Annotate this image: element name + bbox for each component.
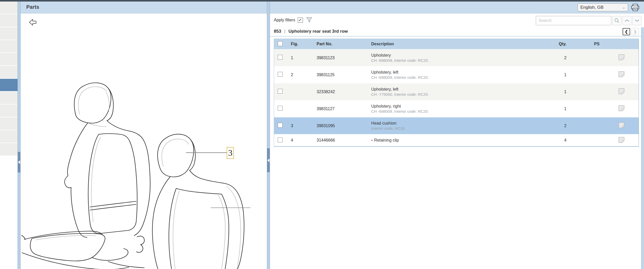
row-checkbox[interactable] <box>278 106 283 111</box>
exchange-bullet-icon: • <box>371 138 372 142</box>
callout-number: 3 <box>228 148 233 158</box>
table-header-row: Fig. Part No. Description Qty. PS <box>274 39 639 49</box>
parts-header-bar: Parts English, GB ⌄ <box>21 2 644 13</box>
search-group <box>536 16 641 25</box>
cell-part-number: 39831125 <box>313 73 366 77</box>
apply-filters-control: Apply filters ✓ <box>274 17 312 23</box>
row-checkbox[interactable] <box>278 89 283 94</box>
cell-part-number: 32338242 <box>313 90 366 94</box>
chevron-up-icon <box>625 19 629 22</box>
section-title: Upholstery rear seat 3rd row <box>289 29 348 34</box>
table-row[interactable]: 239831125Upholstery, leftCH -698009, Int… <box>274 66 639 83</box>
cell-part-number: 31446666 <box>313 138 366 143</box>
cell-fig: 3 <box>287 124 313 128</box>
sidebar-item[interactable] <box>0 2 18 14</box>
chevron-down-icon: ⌄ <box>622 6 625 9</box>
cell-qty: 2 <box>533 124 575 128</box>
previous-figure-button[interactable]: ❮ <box>623 28 630 35</box>
cell-description: UpholsteryCH -698009, Interior code: RC2… <box>366 53 533 63</box>
select-all-checkbox[interactable] <box>278 41 283 46</box>
apply-filters-checkbox[interactable]: ✓ <box>298 18 303 23</box>
table-row[interactable]: 339831095Head cushionInterior code: RC20… <box>274 117 639 134</box>
section-code: 853 <box>274 29 281 34</box>
table-body: 139831123UpholsteryCH -698009, Interior … <box>274 49 639 146</box>
cell-part-number: 39831127 <box>313 107 366 111</box>
sidebar-item[interactable] <box>0 130 18 143</box>
filter-funnel-icon[interactable] <box>306 17 312 23</box>
row-checkbox[interactable] <box>278 72 283 77</box>
cell-description-sub: Interior code: RC20. <box>371 126 533 131</box>
table-row[interactable]: 39831127Upholstery, rightCH -698009, Int… <box>274 100 639 117</box>
sidebar-item[interactable] <box>0 66 18 79</box>
cell-fig: 2 <box>287 73 313 77</box>
splitter-collapse-handle[interactable] <box>18 152 20 172</box>
cell-description: Head cushionInterior code: RC20. <box>366 121 533 131</box>
parts-table: Fig. Part No. Description Qty. PS 139831… <box>274 39 639 147</box>
seat-line-drawing <box>21 13 267 269</box>
part-note-icon[interactable] <box>618 122 625 129</box>
section-heading: 853 | Upholstery rear seat 3rd row <box>274 29 348 34</box>
cell-description: Upholstery, leftCH -698009, Interior cod… <box>366 70 533 80</box>
part-note-icon[interactable] <box>618 136 625 143</box>
panel-splitter[interactable] <box>267 2 270 269</box>
part-note-icon[interactable] <box>618 88 625 95</box>
print-button[interactable] <box>631 3 640 12</box>
section-separator: | <box>284 29 285 34</box>
sidebar-item[interactable] <box>0 105 18 117</box>
column-header-description: Description <box>366 42 533 46</box>
search-input[interactable] <box>536 16 611 25</box>
row-checkbox[interactable] <box>278 55 283 60</box>
left-sidebar <box>0 2 18 156</box>
row-checkbox[interactable] <box>278 123 283 128</box>
right-scroll-strip[interactable] <box>641 27 644 269</box>
cell-fig: 1 <box>287 56 313 60</box>
sidebar-item[interactable] <box>0 92 18 105</box>
cell-description: •Retaining clip <box>366 138 533 143</box>
find-next-button[interactable] <box>632 16 641 25</box>
printer-icon <box>631 4 639 11</box>
column-header-part: Part No. <box>313 42 366 46</box>
figure-nav-group: ❮ ❯ <box>623 28 639 35</box>
chevron-down-icon <box>635 19 639 22</box>
part-note-icon[interactable] <box>618 105 625 112</box>
cell-description-sub: CH -698009, Interior code: RC20. <box>371 75 533 80</box>
row-checkbox[interactable] <box>278 137 283 142</box>
part-note-icon[interactable] <box>618 54 625 61</box>
sidebar-item[interactable] <box>0 40 18 53</box>
cell-description: Upholstery, rightCH -698009, Interior co… <box>366 104 533 114</box>
language-dropdown[interactable]: English, GB ⌄ <box>578 3 628 11</box>
column-header-fig: Fig. <box>287 42 313 46</box>
parts-list-panel: Apply filters ✓ <box>270 13 644 269</box>
sidebar-item[interactable] <box>0 143 18 156</box>
sidebar-item[interactable] <box>0 27 18 40</box>
table-row[interactable]: 139831123UpholsteryCH -698009, Interior … <box>274 49 639 66</box>
sidebar-splitter[interactable] <box>18 2 21 269</box>
find-previous-button[interactable] <box>622 16 631 25</box>
sidebar-item[interactable] <box>0 53 18 66</box>
sidebar-item[interactable] <box>0 117 18 130</box>
apply-filters-label: Apply filters <box>274 18 295 22</box>
search-button[interactable] <box>612 16 621 25</box>
column-header-ps: PS <box>575 42 639 46</box>
cell-qty: 1 <box>533 73 575 77</box>
panel-divider-line <box>270 36 641 37</box>
next-figure-button[interactable]: ❯ <box>631 28 639 35</box>
back-arrow-button[interactable] <box>28 19 38 27</box>
table-row[interactable]: 32338242Upholstery, leftCH -775000, Inte… <box>274 83 639 100</box>
cell-qty: 2 <box>533 56 575 60</box>
splitter-collapse-handle[interactable] <box>267 148 270 172</box>
content-area: 3 Apply filters ✓ <box>21 13 644 269</box>
illustration-panel: 3 <box>21 13 267 269</box>
cell-qty: 1 <box>533 90 575 94</box>
cell-part-number: 39831123 <box>313 56 366 60</box>
page-title: Parts <box>26 4 39 10</box>
table-row[interactable]: 431446666•Retaining clip4 <box>274 134 639 146</box>
cell-description: Upholstery, leftCH -775000, Interior cod… <box>366 87 533 97</box>
column-header-qty: Qty. <box>533 42 575 46</box>
sidebar-item[interactable] <box>0 14 18 27</box>
callout-label-3[interactable]: 3 <box>227 147 234 159</box>
language-selected-value: English, GB <box>580 5 604 10</box>
part-note-icon[interactable] <box>618 71 625 78</box>
sidebar-item-selected[interactable] <box>0 79 18 92</box>
cell-description-sub: CH -698009, Interior code: RC20. <box>371 58 533 63</box>
